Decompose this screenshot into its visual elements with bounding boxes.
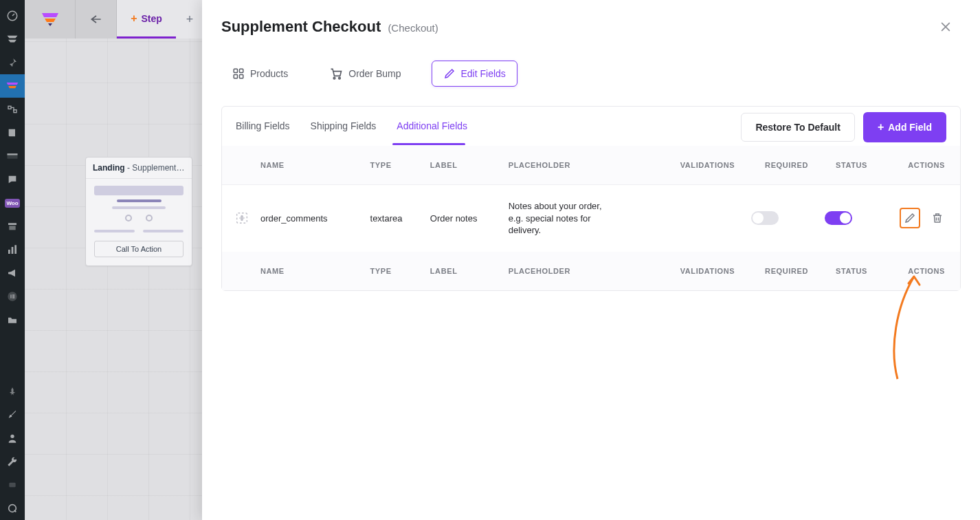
rail-item-megaphone[interactable] [0,261,25,285]
status-toggle[interactable] [825,211,852,225]
pencil-icon [443,67,456,80]
back-button[interactable] [76,0,117,39]
tab-products[interactable]: Products [221,61,299,86]
landing-step-card[interactable]: Landing - Supplement La… Call To Action [85,157,192,266]
admin-rail: Woo [0,0,25,520]
pencil-icon [904,212,916,224]
tab-edit-fields[interactable]: Edit Fields [432,61,517,87]
rail-item-elementor[interactable] [0,285,25,308]
row-type: textarea [362,185,422,252]
rail-item-dashboard[interactable] [0,4,25,28]
rail-item-analytics[interactable] [0,238,25,261]
svg-rect-5 [8,250,10,254]
rail-item-generic-3[interactable] [0,144,25,168]
panel-subtitle: (Checkout) [388,22,438,34]
fieldtab-shipping[interactable]: Shipping Fields [311,120,377,144]
cart-icon [329,67,343,80]
rail-item-generic-2[interactable] [0,98,25,121]
plus-icon: + [131,12,137,25]
col-required: REQUIRED [743,146,816,185]
landing-card-title: Landing - Supplement La… [86,158,192,179]
tab-order-bump-label: Order Bump [348,68,401,79]
row-label: Order notes [422,185,500,252]
close-button[interactable] [939,20,953,34]
app-logo[interactable] [25,0,76,39]
rail-item-book[interactable] [0,121,25,144]
top-toolbar: + Step + [25,0,203,39]
colf-status: STATUS [816,252,876,290]
fieldtab-billing[interactable]: Billing Fields [236,120,290,144]
svg-rect-11 [12,296,14,296]
grid-icon [232,67,245,80]
step-tab[interactable]: + Step [117,0,176,39]
rail-item-brush[interactable] [0,403,25,426]
row-placeholder: Notes about your order, e.g. special not… [509,200,619,237]
svg-rect-17 [240,69,243,72]
active-tab-indicator [392,143,465,145]
col-validations: VALIDATIONS [656,146,743,185]
delete-row-button[interactable] [927,208,948,228]
tab-products-label: Products [250,68,288,79]
svg-rect-14 [9,483,15,488]
panel-title: Supplement Checkout (Checkout) [221,18,438,36]
rail-item-archive[interactable] [0,215,25,238]
svg-rect-9 [10,294,11,298]
row-name: order_comments [260,213,328,224]
add-step-button[interactable]: + [176,0,203,39]
colf-name: NAME [222,252,362,290]
trash-icon [931,212,944,224]
edit-row-button[interactable] [900,208,920,228]
svg-rect-7 [14,245,16,254]
step-tab-label: Step [142,13,162,24]
rail-item-user[interactable] [0,426,25,450]
field-group-tabs: Billing Fields Shipping Fields Additiona… [236,120,467,144]
col-status: STATUS [816,146,876,185]
rail-item-cartflows[interactable] [0,74,25,98]
col-placeholder: PLACEHOLDER [500,146,656,185]
col-type: TYPE [362,146,422,185]
panel-tabs: Products Order Bump Edit Fields [202,48,980,106]
svg-rect-10 [12,294,14,295]
col-name: NAME [222,146,362,185]
fieldtab-additional[interactable]: Additional Fields [397,120,467,144]
row-validations [656,185,743,252]
plus-icon: + [186,12,194,27]
rail-item-pin[interactable] [0,51,25,74]
cta-button[interactable]: Call To Action [94,241,183,257]
rail-item-woo[interactable]: Woo [0,191,25,215]
rail-item-plug[interactable] [0,473,25,497]
svg-rect-6 [12,247,14,254]
col-actions: ACTIONS [876,146,960,185]
colf-actions: ACTIONS [876,252,960,290]
landing-card-preview: Call To Action [86,179,192,266]
landing-card-title-suffix: - Supplement La… [125,163,192,173]
tab-edit-fields-label: Edit Fields [461,68,506,79]
add-field-label: Add Field [888,122,932,133]
checkout-settings-panel: Supplement Checkout (Checkout) Products … [202,0,980,520]
colf-label: LABEL [422,252,500,290]
svg-rect-18 [234,75,237,78]
required-toggle[interactable] [751,211,779,225]
landing-card-title-bold: Landing [93,163,125,173]
add-field-button[interactable]: + Add Field [863,112,946,142]
table-row: order_comments textarea Order notes Note… [222,185,960,252]
rail-item-generic-1[interactable] [0,28,25,51]
plus-icon: + [878,121,884,133]
svg-rect-19 [240,75,243,78]
rail-item-comment[interactable] [0,168,25,191]
rail-item-q[interactable] [0,497,25,520]
svg-rect-4 [9,226,15,230]
rail-item-pin2[interactable] [0,380,25,403]
rail-item-wrench[interactable] [0,450,25,473]
rail-item-folder[interactable] [0,308,25,332]
fields-card: Billing Fields Shipping Fields Additiona… [221,106,961,291]
colf-placeholder: PLACEHOLDER [500,252,656,290]
svg-rect-16 [234,69,237,72]
colf-validations: VALIDATIONS [656,252,743,290]
col-label: LABEL [422,146,500,185]
drag-handle-icon[interactable] [234,210,249,226]
colf-type: TYPE [362,252,422,290]
svg-point-13 [10,435,14,438]
tab-order-bump[interactable]: Order Bump [318,61,412,87]
restore-default-button[interactable]: Restore To Default [741,113,854,142]
